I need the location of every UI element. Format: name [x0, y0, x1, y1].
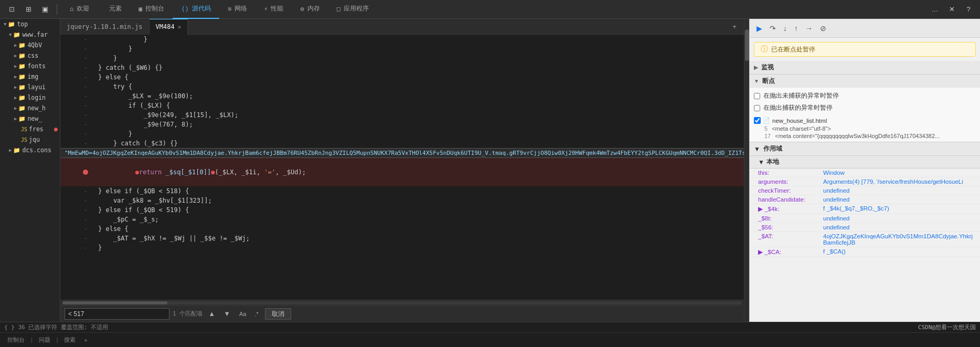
rp-step-into-btn[interactable]: ↓ [781, 23, 790, 34]
scope-item[interactable]: this:Window [750, 169, 980, 177]
code-line: - _$LX = _$9e(100); [60, 91, 744, 101]
nav-tab-application[interactable]: □应用程序 [328, 0, 377, 19]
rp-step-over-btn[interactable]: ↷ [767, 23, 779, 34]
nav-tab-console[interactable]: ▣控制台 [130, 0, 173, 19]
rp-step-out-btn[interactable]: ↑ [792, 23, 801, 34]
nav-tab-label-elements: 元素 [109, 4, 122, 13]
nav-tab-network[interactable]: ≋网络 [219, 0, 255, 19]
scope-arrow-icon: ▼ [754, 145, 760, 153]
watch-section-header[interactable]: ▶ 监视 [750, 61, 980, 74]
file-tree-item-new_[interactable]: ▶📁new_ [0, 113, 60, 124]
scope-item-key: ▶ _$4k: [758, 205, 821, 213]
code-wrapper: - } - } - } - } catch (_$W6) {} - } else… [60, 35, 744, 322]
file-tree-item-css[interactable]: ▶📁css [0, 50, 60, 61]
line-code-text: } catch (_$W6) {} [98, 63, 744, 72]
file-tree-item-login[interactable]: ▶📁login [0, 92, 60, 103]
bp-file-checkbox[interactable] [754, 117, 761, 124]
search-prev-btn[interactable]: ▲ [206, 308, 218, 320]
file-tree-item-fonts[interactable]: ▶📁fonts [0, 61, 60, 71]
file-tree-item-jqu[interactable]: JSjqu [0, 134, 60, 145]
code-line: - try { [60, 82, 744, 91]
h-scroll-track [62, 301, 742, 304]
nav-tab-memory[interactable]: ⚙内存 [292, 0, 328, 19]
code-content[interactable]: - } - } - } - } catch (_$W6) {} - } else… [60, 35, 744, 300]
file-tree-item-top[interactable]: ▼📁top [0, 19, 60, 29]
editor-tab-jquery[interactable]: jquery-1.10.1.min.js [60, 19, 150, 35]
h-scroll[interactable] [60, 300, 744, 305]
search-input[interactable] [65, 308, 169, 320]
toolbar-help-btn[interactable]: ? [961, 2, 976, 17]
line-code-text: } [98, 129, 744, 139]
file-tree-item-fres[interactable]: JSfres● [0, 124, 60, 134]
search-next-btn[interactable]: ▼ [221, 308, 233, 320]
search-cancel-btn[interactable]: 取消 [265, 308, 291, 320]
tree-arrow: ▶ [14, 64, 17, 69]
line-dash: - [81, 120, 90, 129]
watch-arrow-icon: ▶ [754, 65, 758, 70]
file-tree-item-layui[interactable]: ▶📁layui [0, 82, 60, 92]
bottom-tab-console[interactable]: 控制台 [4, 335, 28, 345]
js-file-icon: JS [21, 127, 27, 132]
toolbar-btn-3[interactable]: ▣ [38, 2, 52, 17]
nav-tab-welcome[interactable]: ⌂欢迎 [61, 0, 98, 19]
toolbar-more-btn[interactable]: … [928, 2, 942, 17]
nav-tab-icon-network: ≋ [228, 5, 231, 13]
file-tree-item-www.far[interactable]: ▼📁www.far [0, 29, 60, 40]
toolbar-btn-1[interactable]: ⊡ [4, 2, 19, 17]
scope-item[interactable]: ▶ _$CA:f _$CA() [750, 247, 980, 257]
breakpoints-arrow-icon: ▼ [754, 78, 759, 84]
nav-tab-icon-application: □ [337, 5, 340, 13]
code-line: - } else { [60, 72, 744, 82]
scope-item-key: arguments: [758, 178, 821, 185]
rp-deactivate-btn[interactable]: ⊘ [817, 23, 829, 34]
uncaught-checkbox[interactable] [754, 93, 760, 99]
line-code-text: } [98, 44, 744, 54]
nav-tab-elements[interactable]: 元素 [98, 0, 130, 19]
search-bar: 1 个匹配项 ▲ ▼ Aa .* 取消 [60, 305, 744, 322]
breakpoint-code-line: ●return _$sq[_$1[0]]●(_$LX, _$1i, '=', _… [60, 158, 744, 186]
breakpoints-label: 断点 [762, 77, 775, 86]
search-case-btn[interactable]: Aa [236, 309, 249, 319]
status-text: { } 36 已选择字符 覆盖范围: 不适用 [4, 323, 108, 331]
tree-item-label: fres [29, 125, 52, 133]
nav-tab-performance[interactable]: ⚡性能 [255, 0, 292, 19]
vscroll-thumb[interactable] [745, 29, 749, 61]
toolbar-close-btn[interactable]: ✕ [944, 2, 959, 17]
scope-item[interactable]: ▶ _$4k:f _$4k(_$q7,_$RO,_$c7) [750, 204, 980, 214]
tab-close-vm484[interactable]: ✕ [178, 24, 182, 30]
caught-checkbox[interactable] [754, 105, 760, 111]
line-code-text: _$pC = _$_s; [98, 215, 744, 224]
scope-section: ▼ 作用域 ▼ 本地 this:Windowarguments:Argument… [750, 142, 980, 322]
scope-local-header[interactable]: ▼ 本地 [750, 156, 980, 169]
search-regex-btn[interactable]: .* [251, 309, 261, 319]
vscroll[interactable] [744, 19, 749, 322]
rp-resume-btn[interactable]: ▶ [754, 23, 765, 34]
file-tree-item-new_h[interactable]: ▶📁new_h [0, 103, 60, 113]
code-line: - _$pC = _$_s; [60, 215, 744, 224]
bottom-tab-search[interactable]: 搜索 [61, 335, 79, 345]
toolbar-separator [57, 4, 57, 15]
h-scroll-thumb[interactable] [62, 301, 167, 304]
bottom-tab-issues[interactable]: 问题 [36, 335, 54, 345]
scope-item-val: undefined [821, 224, 976, 230]
toolbar-btn-2[interactable]: ⊞ [21, 2, 36, 17]
bottom-add-tab-btn[interactable]: + [81, 336, 90, 344]
tree-arrow: ▶ [14, 74, 17, 79]
folder-icon: 📁 [18, 42, 26, 49]
bp-entry-1-line: 5 [764, 125, 768, 132]
rp-step-btn[interactable]: → [803, 23, 815, 34]
scope-item-val: undefined [821, 187, 976, 194]
nav-tab-sources[interactable]: ⟨⟩源代码 [173, 0, 219, 19]
tree-item-label: jqu [29, 136, 58, 143]
scope-item[interactable]: arguments:Arguments(4) [779, '/service/f… [750, 177, 980, 186]
nav-tab-icon-sources: ⟨⟩ [181, 5, 188, 13]
line-code-text: } else { [98, 72, 744, 82]
add-panel-button[interactable]: + [729, 22, 740, 32]
breakpoints-section-header[interactable]: ▼ 断点 [750, 75, 980, 88]
editor-tab-vm484[interactable]: VM484✕ [150, 19, 188, 35]
scope-header[interactable]: ▼ 作用域 [750, 142, 980, 156]
file-tree-item-4qbv[interactable]: ▶📁4QbV [0, 40, 60, 50]
file-tree-item-dcs.cons[interactable]: ▶📁dcs.cons [0, 145, 60, 155]
file-tree-item-img[interactable]: ▶📁img [0, 71, 60, 82]
line-code-text: } catch (_$c3) {} [98, 139, 744, 148]
